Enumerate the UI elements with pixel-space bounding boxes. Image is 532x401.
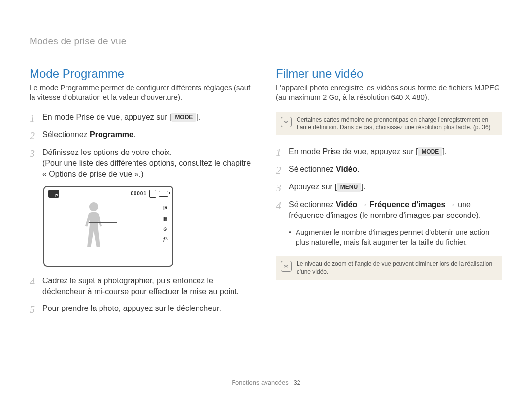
mode-badge: MODE (171, 113, 196, 122)
bullet-text: Augmenter le nombre d'images permet d'ob… (296, 227, 502, 247)
step-text: Sélectionnez Vidéo → Fréquence d'images … (289, 199, 502, 221)
right-step-3: 3 Appuyez sur [MENU]. (276, 182, 502, 193)
left-column: Mode Programme Le mode Programme permet … (30, 67, 256, 321)
step-text: En mode Prise de vue, appuyez sur [MODE]… (42, 112, 256, 123)
note-text: Le niveau de zoom et l'angle de vue peuv… (297, 260, 497, 276)
camera-topbar: 00001 (48, 190, 168, 198)
metering-icon: ⊙ (162, 226, 168, 232)
step-text: Appuyez sur [MENU]. (289, 182, 502, 192)
right-intro: L'appareil photo enregistre les vidéos s… (276, 83, 502, 103)
bullet-dot-icon: • (289, 227, 296, 247)
left-step-3: 3 Définissez les options de votre choix.… (30, 147, 256, 180)
quality-icon: ▦ (162, 216, 168, 221)
note-icon (281, 261, 292, 272)
memory-card-icon (149, 190, 156, 198)
page-footer: Fonctions avancées 32 (0, 379, 532, 386)
right-step-4: 4 Sélectionnez Vidéo → Fréquence d'image… (276, 199, 502, 221)
step-number: 3 (30, 148, 42, 159)
step-number: 4 (30, 277, 42, 287)
step-number: 5 (30, 304, 42, 315)
left-step-1: 1 En mode Prise de vue, appuyez sur [MOD… (30, 112, 256, 123)
note-box-2: Le niveau de zoom et l'angle de vue peuv… (276, 256, 502, 279)
flash-auto-icon: ƒᴬ (162, 237, 168, 242)
shots-counter: 00001 (131, 191, 147, 196)
step-text: Sélectionnez Vidéo. (289, 164, 502, 175)
right-column: Filmer une vidéo L'appareil photo enregi… (276, 67, 502, 321)
step-number: 1 (30, 113, 42, 123)
right-step-2: 2 Sélectionnez Vidéo. (276, 164, 502, 176)
left-intro: Le mode Programme permet de configurer d… (30, 83, 256, 103)
step-number: 2 (30, 130, 42, 141)
camera-status-icons: 00001 (131, 190, 168, 198)
columns: Mode Programme Le mode Programme permet … (30, 67, 502, 321)
battery-icon (159, 191, 168, 197)
step-text: Cadrez le sujet à photographier, puis en… (42, 276, 256, 298)
note-icon (281, 117, 292, 127)
left-step-5: 5 Pour prendre la photo, appuyez sur le … (30, 303, 256, 315)
page-root: Modes de prise de vue Mode Programme Le … (0, 0, 532, 401)
left-section-title: Mode Programme (30, 67, 256, 81)
menu-badge: MENU (337, 183, 361, 192)
step-number: 2 (276, 165, 289, 176)
resolution-icon: Iᴹ (162, 206, 168, 211)
step-text: Sélectionnez Programme. (42, 129, 256, 140)
left-step-2: 2 Sélectionnez Programme. (30, 129, 256, 141)
camera-mode-icon (48, 190, 59, 198)
step-number: 3 (276, 183, 289, 193)
right-section-title: Filmer une vidéo (276, 67, 502, 81)
camera-side-icons: Iᴹ ▦ ⊙ ƒᴬ (162, 206, 168, 242)
bullet-note: • Augmenter le nombre d'images permet d'… (289, 227, 502, 247)
mode-badge: MODE (418, 147, 442, 156)
step-number: 1 (276, 147, 289, 158)
note-box-1: Certaines cartes mémoire ne prennent pas… (276, 112, 502, 135)
left-step-4: 4 Cadrez le sujet à photographier, puis … (30, 276, 256, 298)
camera-screen-illustration: 00001 Iᴹ ▦ ⊙ ƒᴬ (43, 186, 173, 267)
right-step-1: 1 En mode Prise de vue, appuyez sur [MOD… (276, 146, 502, 158)
step-text: En mode Prise de vue, appuyez sur [MODE]… (289, 146, 502, 157)
page-number: 32 (293, 379, 300, 386)
page-header: Modes de prise de vue (30, 36, 502, 50)
header-text: Modes de prise de vue (30, 36, 126, 46)
step-number: 4 (276, 200, 289, 211)
note-text: Certaines cartes mémoire ne prennent pas… (297, 116, 497, 131)
focus-rectangle (89, 222, 117, 241)
step-text: Pour prendre la photo, appuyez sur le dé… (42, 303, 256, 314)
footer-label: Fonctions avancées (232, 379, 289, 386)
step-text: Définissez les options de votre choix. (… (42, 147, 256, 180)
